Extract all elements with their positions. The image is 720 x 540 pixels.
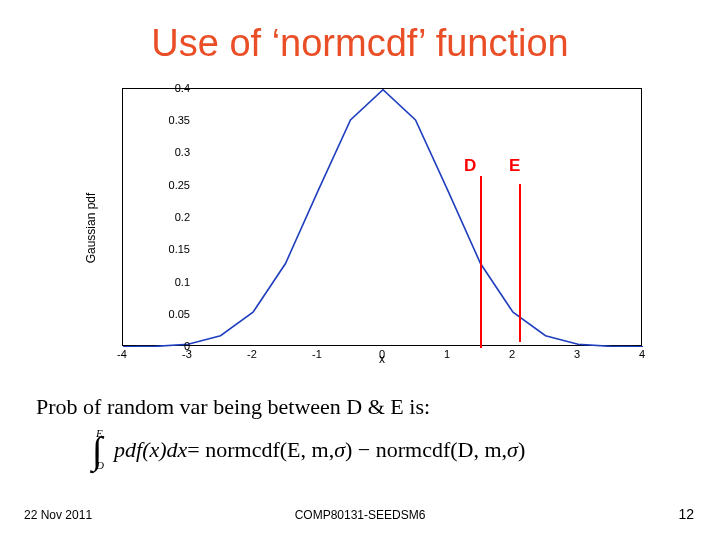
ytick-2: 0.1 bbox=[124, 276, 190, 288]
ytick-4: 0.2 bbox=[124, 211, 190, 223]
page-number: 12 bbox=[678, 506, 694, 522]
ytick-3: 0.15 bbox=[124, 243, 190, 255]
formula-end: ) bbox=[518, 437, 525, 463]
integral-lower: D bbox=[96, 459, 104, 471]
marker-line-D bbox=[480, 176, 482, 348]
formula-sigma2: σ bbox=[507, 437, 518, 463]
ytick-1: 0.05 bbox=[124, 308, 190, 320]
plot-area bbox=[122, 88, 642, 346]
marker-label-E: E bbox=[509, 156, 520, 176]
ytick-5: 0.25 bbox=[124, 179, 190, 191]
formula-mid: ) − normcdf(D, m, bbox=[345, 437, 507, 463]
formula-sigma1: σ bbox=[334, 437, 345, 463]
caption-text: Prob of random var being between D & E i… bbox=[36, 394, 430, 420]
slide-title: Use of ‘normcdf’ function bbox=[0, 22, 720, 65]
ytick-6: 0.3 bbox=[124, 146, 190, 158]
formula: E ∫ D pdf (x)dx = normcdf(E, m, σ ) − no… bbox=[80, 428, 525, 472]
integrand-var: (x)dx bbox=[142, 437, 187, 463]
footer-course: COMP80131-SEEDSM6 bbox=[0, 508, 720, 522]
ytick-7: 0.35 bbox=[124, 114, 190, 126]
formula-eq: = normcdf(E, m, bbox=[187, 437, 334, 463]
gaussian-curve bbox=[123, 89, 643, 347]
y-axis-label: Gaussian pdf bbox=[84, 193, 98, 264]
gaussian-pdf-chart: Gaussian pdf 0 0.05 0.1 0.15 0.2 0.25 0.… bbox=[64, 78, 656, 378]
integral-upper: E bbox=[96, 427, 103, 439]
marker-label-D: D bbox=[464, 156, 476, 176]
x-axis-label: x bbox=[122, 352, 642, 366]
integrand-fn: pdf bbox=[114, 437, 142, 463]
integral-sign: E ∫ D bbox=[80, 431, 114, 469]
ytick-8: 0.4 bbox=[124, 82, 190, 94]
marker-line-E bbox=[519, 184, 521, 342]
